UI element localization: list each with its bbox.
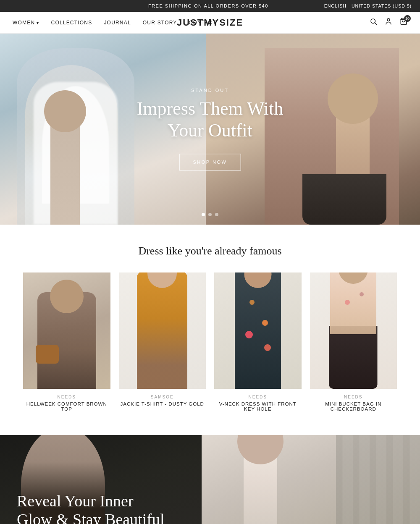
brand-logo[interactable]: JUSTMYSIZE [177,17,243,28]
product-image-3 [214,272,302,389]
section-tagline: Dress like you're already famous [0,225,420,272]
split-left-title: Reveal Your InnerGlow & Stay Beautiful [17,492,164,524]
dot-3[interactable] [215,213,218,216]
product-card-4[interactable]: NEEDS MINI BUCKET BAG IN CHECKERBOARD [310,272,397,411]
cart-count: 10 [404,15,411,22]
split-left-content: Reveal Your InnerGlow & Stay Beautiful [17,492,164,524]
split-left: Reveal Your InnerGlow & Stay Beautiful [0,435,202,524]
hero-dots [202,213,218,216]
product-grid: NEEDS HELLWEEK COMFORT BROWN TOP SAMSOE … [0,272,420,435]
product-image-4 [310,272,397,389]
shipping-notice: FREE SHIPPING ON ALL ORDERS OVER $40 [92,3,324,8]
nav-actions: 10 [370,18,407,27]
svg-point-2 [387,18,390,21]
nav-item-our-story[interactable]: OUR STORY [143,20,177,26]
product-card-2[interactable]: SAMSOE JACKIE T-SHIRT - DUSTY GOLD [119,272,206,411]
product-name-1: HELLWEEK COMFORT BROWN TOP [23,401,110,411]
main-nav: WOMEN COLLECTIONS JOURNAL OUR STORY CONT… [0,12,420,34]
product-brand-3: NEEDS [214,395,302,399]
search-button[interactable] [370,18,377,27]
product-brand-2: SAMSOE [119,395,206,399]
dot-1[interactable] [202,213,205,216]
product-name-4: MINI BUCKET BAG IN CHECKERBOARD [310,401,397,411]
hero-section: STAND OUT Impress Them WithYour Outfit S… [0,34,420,225]
product-card-3[interactable]: NEEDS V-NECK DRESS WITH FRONT KEY HOLE [214,272,302,411]
product-name-2: JACKIE T-SHIRT - DUSTY GOLD [119,401,206,406]
hero-title: Impress Them WithYour Outfit [137,98,284,142]
nav-item-collections[interactable]: COLLECTIONS [51,20,92,26]
split-right [202,435,420,524]
nav-item-women[interactable]: WOMEN [13,20,39,26]
cart-button[interactable]: 10 [400,18,407,27]
currency-selector[interactable]: UNITED STATES (USD $) [352,3,412,8]
hero-subtitle: STAND OUT [137,88,284,93]
product-image-2 [119,272,206,389]
hero-content: STAND OUT Impress Them WithYour Outfit S… [137,88,284,171]
product-image-1 [23,272,110,389]
product-brand-4: NEEDS [310,395,397,399]
product-name-3: V-NECK DRESS WITH FRONT KEY HOLE [214,401,302,411]
dot-2[interactable] [208,213,212,216]
account-button[interactable] [385,18,392,27]
top-bar: FREE SHIPPING ON ALL ORDERS OVER $40 ENG… [0,0,420,12]
hero-cta-button[interactable]: SHOP NOW [179,154,241,170]
svg-line-1 [375,23,376,24]
locale-section: ENGLISH UNITED STATES (USD $) [324,3,412,8]
product-card-1[interactable]: NEEDS HELLWEEK COMFORT BROWN TOP [23,272,110,411]
nav-item-journal[interactable]: JOURNAL [104,20,131,26]
language-selector[interactable]: ENGLISH [324,3,346,8]
bottom-split-section: Reveal Your InnerGlow & Stay Beautiful [0,435,420,524]
product-brand-1: NEEDS [23,395,110,399]
